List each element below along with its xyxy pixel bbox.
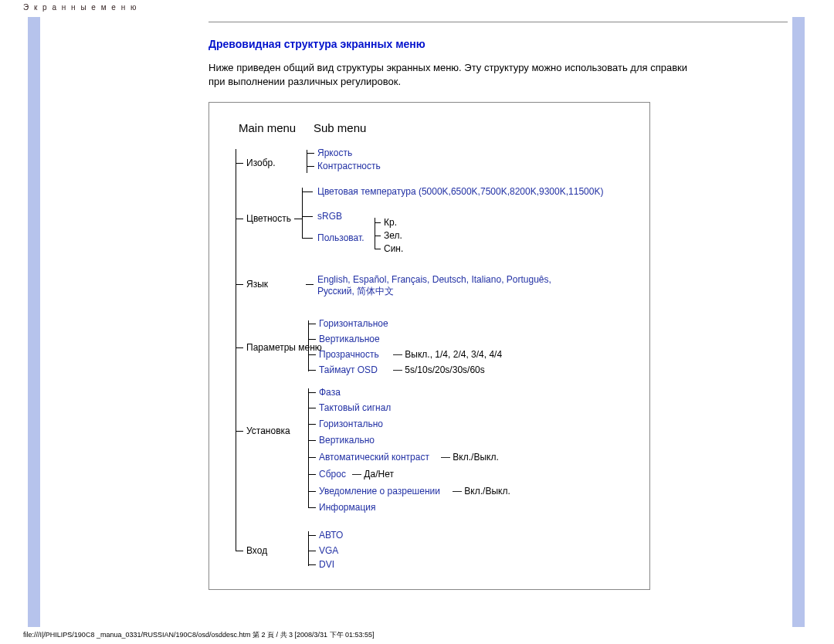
page-footer: file:///I|/PHILIPS/190C8 _manua_0331/RUS… xyxy=(23,630,375,640)
sub-setup-reset: Сброс xyxy=(319,469,346,480)
sub-setup-phase: Фаза xyxy=(319,387,341,398)
section-title: Древовидная структура экранных меню xyxy=(208,38,788,50)
main-input: Вход xyxy=(246,545,267,556)
sub-setup-res-v: — Вкл./Выкл. xyxy=(453,486,510,497)
osd-tree-diagram: Main menu Sub menu Изобр. Цветность Язык… xyxy=(208,102,650,590)
sub-osd-vert: Вертикальное xyxy=(319,334,380,344)
sub-setup-reset-v: — Да/Нет xyxy=(352,469,394,480)
sub-srgb: sRGB xyxy=(317,211,342,222)
main-image: Изобр. xyxy=(246,158,276,168)
sub-brightness: Яркость xyxy=(317,147,352,158)
main-language: Язык xyxy=(246,279,268,290)
page-header: Э к р а н н ы е м е н ю xyxy=(23,3,138,12)
sub-languages: English, Español, Français, Deutsch, Ita… xyxy=(317,274,564,298)
col-header-main: Main menu xyxy=(239,121,296,134)
main-osd: Параметры меню xyxy=(246,342,322,353)
divider xyxy=(208,22,788,22)
sub-color-g: Зел. xyxy=(384,230,402,241)
col-header-sub: Sub menu xyxy=(314,121,366,134)
decoration-stripe-left xyxy=(28,17,40,627)
sub-osd-timeout: Таймаут OSD xyxy=(319,364,378,375)
sub-setup-info: Информация xyxy=(319,502,375,513)
sub-color-temp: Цветовая температура (5000K,6500K,7500K,… xyxy=(317,186,642,197)
decoration-stripe-right xyxy=(792,17,805,627)
sub-osd-trans: Прозрачность xyxy=(319,349,379,360)
sub-osd-horiz: Горизонтальное xyxy=(319,318,388,329)
sub-setup-clock: Тактовый сигнал xyxy=(319,402,391,413)
sub-setup-auto-v: — Вкл./Выкл. xyxy=(441,452,499,463)
sub-input-vga: VGA xyxy=(319,545,338,556)
sub-setup-res: Уведомление о разрешении xyxy=(319,486,440,497)
intro-text: Ниже приведен общий вид структуры экранн… xyxy=(208,61,687,88)
sub-contrast: Контрастность xyxy=(317,161,381,171)
sub-color-r: Кр. xyxy=(384,217,397,228)
sub-osd-timeout-v: — 5s/10s/20s/30s/60s xyxy=(393,364,485,375)
sub-setup-vert: Вертикально xyxy=(319,435,375,446)
sub-setup-horiz: Горизонтально xyxy=(319,419,383,429)
sub-color-b: Син. xyxy=(384,243,403,254)
main-setup: Установка xyxy=(246,425,290,436)
main-color: Цветность xyxy=(246,213,291,224)
sub-input-auto: АВТО xyxy=(319,530,343,541)
sub-user-color: Пользоват. xyxy=(317,232,364,243)
sub-input-dvi: DVI xyxy=(319,559,334,570)
sub-setup-auto: Автоматический контраст xyxy=(319,452,429,463)
sub-osd-trans-v: — Выкл., 1/4, 2/4, 3/4, 4/4 xyxy=(393,349,502,360)
